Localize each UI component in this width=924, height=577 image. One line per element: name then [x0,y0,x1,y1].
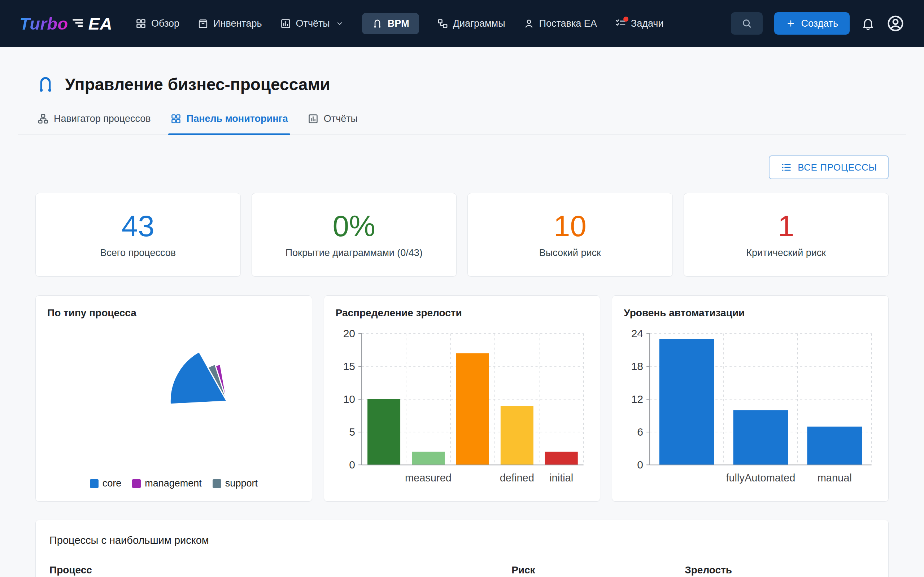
main-nav: ОбзорИнвентарьОтчётыBPMДиаграммыПоставка… [135,13,663,35]
nav-item-label: Задачи [631,18,664,29]
user-menu-button[interactable] [887,15,905,32]
column-header: Риск [512,564,685,576]
svg-text:24: 24 [631,327,643,339]
risk-table-title: Процессы с наибольшим риском [50,534,874,546]
kpi-value: 10 [554,211,586,241]
svg-text:fullyAutomated: fullyAutomated [726,472,795,484]
svg-text:initial: initial [549,472,573,484]
nav-item-bpm[interactable]: BPM [362,13,419,34]
kpi-grid: 43Всего процессов0%Покрытие диаграммами … [36,193,888,277]
nav-item-diagram[interactable]: Диаграммы [437,13,505,35]
sitemap-icon [37,113,49,124]
legend-label: management [145,478,202,489]
svg-text:6: 6 [637,426,643,438]
maturity-bar-chart: 05101520measureddefinedinitial [336,322,589,491]
nav-item-person[interactable]: Поставка EA [523,13,597,35]
bpm-icon [372,18,383,29]
plus-icon [786,18,796,29]
svg-text:12: 12 [631,393,643,405]
svg-text:15: 15 [343,360,355,372]
nav-item-label: Диаграммы [453,18,505,29]
automation-bar-chart: 06121824fullyAutomatedmanual [624,322,877,491]
chart-title: Распределение зрелости [336,307,589,319]
kpi-card: 10Высокий риск [467,193,673,277]
legend-swatch [213,479,221,488]
tabs-divider [18,134,906,135]
legend-label: core [102,478,122,489]
page-header: Управление бизнес-процессами [36,74,888,95]
tab-label: Навигатор процессов [54,113,151,124]
svg-text:20: 20 [343,327,355,339]
tab-навигатор-процессов[interactable]: Навигатор процессов [36,111,153,134]
kpi-label: Покрытие диаграммами (0/43) [286,247,423,259]
svg-text:18: 18 [631,360,643,372]
tab-отчёты[interactable]: Отчёты [305,111,360,134]
risk-table-card: Процессы с наибольшим риском ПроцессРиск… [36,520,888,577]
nav-item-box[interactable]: Инвентарь [197,13,262,35]
nav-item-grid[interactable]: Обзор [135,13,179,35]
bpm-page-icon [36,74,56,95]
kpi-value: 0% [333,211,375,241]
legend-swatch [90,479,99,488]
process-type-chart-card: По типу процесса coremanagementsupport [36,295,312,501]
svg-text:measured: measured [405,472,452,484]
process-type-pie-chart [47,322,300,476]
brand-name-primary: Turbo [19,14,68,34]
avatar-icon [887,15,905,32]
svg-text:manual: manual [817,472,852,484]
diagram-icon [437,18,448,29]
kpi-label: Высокий риск [539,247,601,259]
tab-панель-мониторинга[interactable]: Панель мониторинга [168,111,290,134]
nav-item-tasks[interactable]: Задачи [615,13,664,35]
nav-actions: Создать [731,12,905,35]
actions-row: ВСЕ ПРОЦЕССЫ [36,155,888,179]
brand-logo[interactable]: Turbo EA [19,14,112,34]
svg-text:5: 5 [349,426,355,438]
speed-lines-icon [71,17,86,29]
notification-dot [624,16,628,22]
kpi-label: Всего процессов [100,247,176,259]
kpi-card: 43Всего процессов [36,193,241,277]
legend-item-support: support [213,478,258,489]
page-title: Управление бизнес-процессами [65,75,330,94]
page-tabs: Навигатор процессовПанель мониторингаОтч… [36,111,888,134]
svg-text:0: 0 [637,459,643,471]
legend-label: support [225,478,258,489]
charts-grid: По типу процесса coremanagementsupport Р… [36,295,888,501]
all-processes-button[interactable]: ВСЕ ПРОЦЕССЫ [769,155,888,179]
brand-name-secondary: EA [89,14,112,34]
chart-title: По типу процесса [47,307,300,319]
nav-item-reports[interactable]: Отчёты [280,13,344,35]
column-header: Зрелость [685,564,874,576]
legend-swatch [132,479,141,488]
tab-label: Отчёты [324,113,358,124]
notifications-button[interactable] [861,16,875,30]
create-button[interactable]: Создать [774,12,850,35]
nav-item-label: Поставка EA [539,18,597,29]
reports-icon [307,113,319,124]
automation-chart-card: Уровень автоматизации 06121824fullyAutom… [612,295,888,501]
nav-item-label: BPM [388,18,409,29]
search-icon [741,18,753,29]
chart-title: Уровень автоматизации [624,307,877,319]
list-icon [780,161,792,173]
create-button-label: Создать [801,18,838,29]
nav-item-label: Инвентарь [213,18,262,29]
search-button[interactable] [731,12,762,35]
bpm-dashboard-page: Управление бизнес-процессами Навигатор п… [0,74,924,577]
svg-text:defined: defined [499,472,534,484]
legend-item-core: core [90,478,122,489]
top-nav: Turbo EA ОбзорИнвентарьОтчётыBPMДиаграмм… [0,0,924,47]
nav-item-label: Отчёты [296,18,330,29]
kpi-value: 1 [778,211,795,241]
column-header: Процесс [50,564,512,576]
person-icon [523,18,535,29]
bell-icon [861,16,875,30]
svg-text:10: 10 [343,393,355,405]
nav-item-label: Обзор [151,18,179,29]
tab-label: Панель мониторинга [187,113,288,124]
risk-table-header-row: ПроцессРискЗрелость [50,564,874,576]
kpi-card: 1Критический риск [683,193,889,277]
kpi-label: Критический риск [746,247,826,259]
svg-text:0: 0 [349,459,355,471]
